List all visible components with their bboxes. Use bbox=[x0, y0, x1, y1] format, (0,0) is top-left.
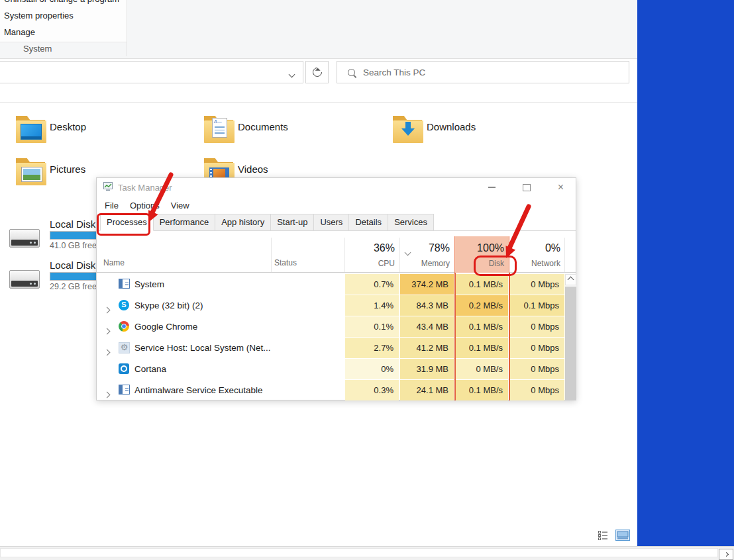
cpu-total-percent: 36% bbox=[374, 242, 395, 254]
ribbon-item-manage[interactable]: Manage bbox=[4, 27, 35, 37]
search-box[interactable] bbox=[337, 61, 629, 83]
horizontal-scrollbar[interactable] bbox=[0, 546, 734, 560]
tab-performance[interactable]: Performance bbox=[153, 214, 215, 231]
expand-chevron-icon[interactable] bbox=[105, 303, 109, 315]
folder-label: Documents bbox=[238, 121, 288, 132]
column-header-status[interactable]: Status bbox=[274, 258, 297, 267]
cpu-cell: 0.7% bbox=[345, 274, 399, 295]
ribbon-separator bbox=[127, 0, 127, 56]
scrollbar-thumb[interactable] bbox=[565, 287, 576, 400]
task-manager-scrollbar[interactable] bbox=[565, 274, 576, 400]
network-total-percent: 0% bbox=[545, 242, 560, 254]
disk-cell: 0.1 MB/s bbox=[456, 274, 508, 295]
process-name: Cortana bbox=[134, 364, 166, 374]
folder-tile-desktop[interactable]: Desktop bbox=[9, 115, 182, 150]
column-header-name[interactable]: Name bbox=[103, 258, 125, 267]
address-bar[interactable] bbox=[0, 61, 303, 83]
statusbar-view-icons bbox=[596, 528, 633, 543]
cpu-cell: 0.1% bbox=[345, 316, 399, 337]
downloads-folder-icon bbox=[393, 115, 423, 143]
drive-free-space: 41.0 GB free bbox=[50, 241, 97, 250]
list-view-icon[interactable] bbox=[598, 531, 609, 540]
tab-users[interactable]: Users bbox=[313, 214, 349, 231]
address-row bbox=[0, 61, 637, 83]
disk-column-right-border bbox=[509, 273, 510, 400]
tab-services[interactable]: Services bbox=[388, 214, 434, 231]
expand-chevron-icon[interactable] bbox=[105, 346, 109, 357]
process-name: Skype (32 bit) (2) bbox=[134, 301, 203, 310]
system-window-icon bbox=[119, 279, 130, 289]
cpu-cell: 0% bbox=[345, 359, 399, 379]
menu-view[interactable]: View bbox=[171, 201, 189, 210]
memory-label: Memory bbox=[421, 259, 450, 268]
process-row-cortana[interactable]: Cortana 0% 31.9 MB 0 MB/s 0 Mbps bbox=[97, 359, 565, 379]
process-row-skype[interactable]: Skype (32 bit) (2) 1.4% 84.3 MB 0.2 MB/s… bbox=[97, 295, 565, 316]
task-manager-app-icon bbox=[103, 181, 113, 192]
process-name: Antimalware Service Executable bbox=[134, 385, 263, 395]
memory-cell: 43.4 MB bbox=[400, 316, 454, 337]
content-separator bbox=[0, 102, 637, 103]
maximize-button[interactable] bbox=[511, 178, 541, 197]
tab-details[interactable]: Details bbox=[348, 214, 388, 231]
memory-cell: 41.2 MB bbox=[400, 338, 454, 358]
process-row-service-host[interactable]: Service Host: Local System (Net... 2.7% … bbox=[97, 338, 565, 358]
refresh-icon bbox=[311, 66, 324, 79]
desktop-background[interactable] bbox=[637, 0, 734, 546]
minimize-button[interactable] bbox=[477, 178, 507, 197]
disk-cell: 0 MB/s bbox=[456, 359, 508, 379]
network-cell: 0.1 Mbps bbox=[510, 295, 564, 316]
ribbon-item-system-properties[interactable]: System properties bbox=[4, 11, 74, 21]
folder-label: Videos bbox=[238, 163, 268, 175]
drive-usage-bar bbox=[50, 272, 99, 281]
process-row-antimalware[interactable]: Antimalware Service Executable 0.3% 24.1… bbox=[97, 380, 565, 400]
tab-startup[interactable]: Start-up bbox=[270, 214, 314, 231]
close-button[interactable]: × bbox=[546, 178, 576, 197]
sort-indicator-icon bbox=[405, 246, 410, 257]
column-header-memory[interactable]: 78% Memory bbox=[400, 236, 454, 273]
chrome-icon bbox=[119, 321, 129, 332]
column-header-network[interactable]: 0% Network bbox=[510, 236, 565, 273]
folder-label: Desktop bbox=[50, 121, 86, 132]
folder-tile-downloads[interactable]: Downloads bbox=[386, 115, 558, 150]
drive-free-space: 29.2 GB free bbox=[50, 282, 97, 291]
process-row-system[interactable]: System 0.7% 374.2 MB 0.1 MB/s 0 Mbps bbox=[97, 274, 565, 295]
column-header-cpu[interactable]: 36% CPU bbox=[345, 236, 399, 273]
ribbon-item-uninstall[interactable]: Uninstall or change a program bbox=[4, 0, 119, 4]
menu-options[interactable]: Options bbox=[130, 201, 160, 210]
process-name: Google Chrome bbox=[134, 322, 197, 332]
process-row-chrome[interactable]: Google Chrome 0.1% 43.4 MB 0.1 MB/s 0 Mb… bbox=[97, 316, 565, 337]
maximize-icon bbox=[523, 184, 531, 191]
explorer-ribbon: Uninstall or change a program System pro… bbox=[0, 0, 637, 59]
expand-chevron-icon[interactable] bbox=[105, 324, 109, 336]
task-manager-titlebar[interactable]: Task Manager × bbox=[97, 178, 576, 197]
memory-cell: 84.3 MB bbox=[400, 295, 454, 316]
hard-drive-icon bbox=[9, 229, 40, 248]
window-title: Task Manager bbox=[118, 183, 172, 193]
task-manager-window: Task Manager × File Options View Process… bbox=[96, 177, 576, 400]
network-cell: 0 Mbps bbox=[510, 338, 564, 358]
pictures-folder-icon bbox=[16, 158, 46, 185]
folder-label: Downloads bbox=[427, 121, 476, 132]
disk-column-left-border bbox=[454, 273, 456, 400]
expand-chevron-icon[interactable] bbox=[105, 388, 109, 400]
scrollbar-up-icon[interactable] bbox=[565, 274, 576, 285]
address-dropdown-icon[interactable] bbox=[289, 68, 299, 77]
tab-app-history[interactable]: App history bbox=[215, 214, 271, 231]
horizontal-scrollbar-thumb[interactable] bbox=[0, 548, 718, 557]
thumbnail-view-icon[interactable] bbox=[615, 530, 630, 541]
menu-file[interactable]: File bbox=[105, 201, 119, 210]
scroll-right-button[interactable] bbox=[719, 549, 733, 560]
cpu-label: CPU bbox=[378, 259, 395, 268]
folder-label: Pictures bbox=[50, 163, 85, 175]
network-cell: 0 Mbps bbox=[510, 380, 564, 400]
search-icon bbox=[346, 67, 357, 77]
disk-cell: 0.2 MB/s bbox=[456, 295, 508, 316]
hard-drive-icon bbox=[9, 270, 40, 289]
cortana-icon bbox=[119, 363, 129, 374]
close-icon: × bbox=[558, 181, 564, 193]
folder-tile-documents[interactable]: Documents bbox=[197, 115, 370, 150]
cpu-cell: 0.3% bbox=[345, 380, 399, 400]
refresh-button[interactable] bbox=[305, 61, 329, 83]
disk-total-percent: 100% bbox=[477, 242, 504, 254]
search-input[interactable] bbox=[362, 67, 629, 78]
